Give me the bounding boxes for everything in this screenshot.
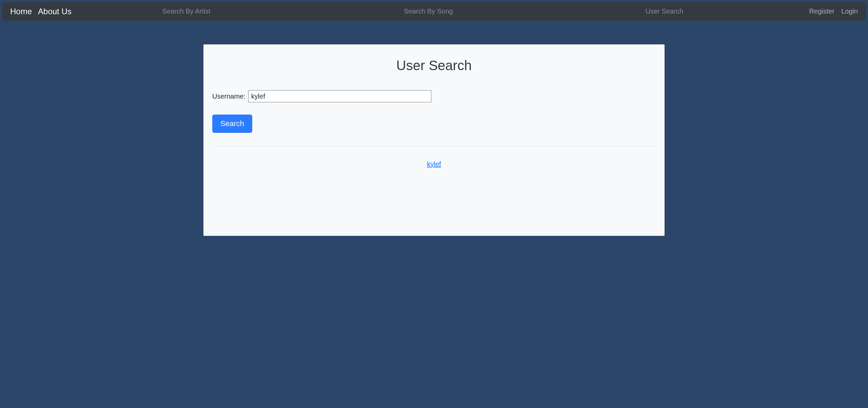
nav-login-link[interactable]: Login [841,7,858,15]
search-by-song-input[interactable] [401,6,492,17]
nav-home-link[interactable]: Home [10,7,32,16]
navbar-right: Register Login [809,7,858,15]
navbar: Home About Us Register Login [2,2,866,21]
user-search-input[interactable] [643,6,734,17]
page-title: User Search [212,58,656,73]
username-input[interactable] [248,90,431,102]
search-button[interactable]: Search [212,115,252,133]
search-by-artist-input[interactable] [160,6,251,17]
main-container: User Search Username: Search kylef [203,44,665,236]
username-form-row: Username: [212,90,656,102]
navbar-left: Home About Us [10,6,809,17]
username-label: Username: [212,93,245,100]
nav-about-link[interactable]: About Us [38,7,72,16]
nav-register-link[interactable]: Register [809,7,834,15]
nav-inputs-group [84,6,809,17]
search-results: kylef [212,160,656,168]
result-user-link[interactable]: kylef [427,160,441,168]
results-divider [212,146,656,147]
